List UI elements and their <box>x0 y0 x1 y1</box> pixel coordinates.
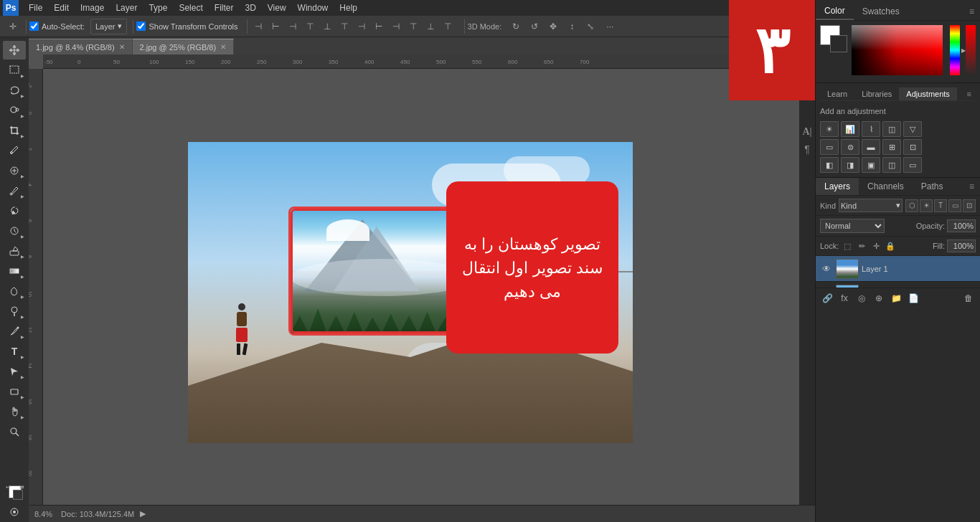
distribute-center-h[interactable]: ⊢ <box>371 19 387 34</box>
pen-tool-btn[interactable]: ▶ <box>3 322 26 341</box>
hue-strip[interactable] <box>950 25 960 75</box>
tab-2-close[interactable]: ✕ <box>220 43 226 51</box>
dodge-btn[interactable]: ▶ <box>3 302 26 321</box>
align-bottom[interactable]: ⊤ <box>336 19 352 34</box>
tab-learn[interactable]: Learn <box>820 87 854 100</box>
distribute-left[interactable]: ⊣ <box>354 19 369 34</box>
adj-photo-filter[interactable]: ⊞ <box>882 139 901 155</box>
type-para-icon[interactable]: ¶ <box>804 143 810 155</box>
main-document-canvas[interactable]: تصویر کوهستان را به سند تصویر اول انتقال… <box>188 142 633 443</box>
filter-type[interactable]: T <box>934 199 947 212</box>
zoom-tool-btn[interactable] <box>3 422 26 441</box>
layer-1-eye[interactable]: 👁 <box>820 262 833 275</box>
menu-edit[interactable]: Edit <box>48 1 75 14</box>
path-select-btn[interactable]: ▶ <box>3 362 26 381</box>
adj-vibrance[interactable]: ▽ <box>903 121 922 137</box>
adj-brightness[interactable]: ☀ <box>820 121 839 137</box>
show-transform-checkbox[interactable]: Show Transform Controls <box>136 22 237 31</box>
mode-rotate[interactable]: ↻ <box>507 18 524 35</box>
add-mask-btn[interactable]: ◎ <box>854 291 869 305</box>
hand-tool-btn[interactable]: ▶ <box>3 402 26 421</box>
blend-mode-select[interactable]: Normal <box>820 219 885 233</box>
distribute-bottom[interactable]: ⊤ <box>440 19 456 34</box>
color-panel-menu[interactable]: ≡ <box>963 4 980 19</box>
tab-color[interactable]: Color <box>816 3 854 20</box>
fg-color-swatch[interactable]: ↩ ⇄ <box>3 483 26 501</box>
filter-pixel[interactable]: ⬡ <box>905 199 918 212</box>
tab-1-close[interactable]: ✕ <box>119 43 125 51</box>
adj-threshold[interactable]: ▣ <box>862 157 880 173</box>
opacity-strip[interactable] <box>966 25 976 75</box>
quick-select-btn[interactable]: ▶ <box>3 101 26 120</box>
auto-select-check[interactable] <box>29 22 39 31</box>
menu-window[interactable]: Window <box>292 1 334 14</box>
distribute-center-v[interactable]: ⊥ <box>423 19 438 34</box>
blur-btn[interactable]: ▶ <box>3 282 26 300</box>
filter-smart[interactable]: ⊡ <box>963 199 976 212</box>
more-options[interactable]: ··· <box>606 22 613 32</box>
new-group-btn[interactable]: 📁 <box>889 291 903 305</box>
tab-channels[interactable]: Channels <box>859 178 913 195</box>
menu-file[interactable]: File <box>23 1 48 14</box>
add-adjustment-btn[interactable]: ⊕ <box>872 291 886 305</box>
menu-view[interactable]: View <box>262 1 292 14</box>
adj-posterize[interactable]: ◨ <box>841 157 859 173</box>
opacity-input[interactable] <box>947 219 976 232</box>
eyedropper-btn[interactable] <box>3 141 26 160</box>
adj-color-balance[interactable]: ⊜ <box>841 139 859 155</box>
align-center-h[interactable]: ⊢ <box>268 19 283 34</box>
lock-transparent[interactable]: ⬚ <box>842 240 853 252</box>
filter-adjust[interactable]: ☀ <box>920 199 933 212</box>
tab-1[interactable]: 1.jpg @ 8.4% (RGB/8) ✕ <box>29 39 133 54</box>
mode-slide[interactable]: ↕ <box>563 18 580 35</box>
background-color[interactable] <box>830 35 847 52</box>
layer-row-1[interactable]: 👁 Layer 1 <box>816 256 980 282</box>
adj-invert[interactable]: ◧ <box>820 157 839 173</box>
lock-position[interactable]: ✛ <box>870 240 882 252</box>
adjust-panel-menu[interactable]: ≡ <box>963 87 976 100</box>
menu-select[interactable]: Select <box>173 1 208 14</box>
move-tool-btn[interactable] <box>3 41 26 60</box>
shape-tool-btn[interactable]: ▶ <box>3 382 26 401</box>
filter-kind-dropdown[interactable]: Kind▾ <box>839 199 903 212</box>
lasso-tool-btn[interactable]: ▶ <box>3 81 26 100</box>
menu-3d[interactable]: 3D <box>239 1 261 14</box>
type-tool-btn[interactable]: T ▶ <box>3 342 26 361</box>
expand-arrow[interactable]: ▶ <box>140 509 146 518</box>
show-transform-check[interactable] <box>136 22 146 31</box>
adj-exposure[interactable]: ◫ <box>882 121 901 137</box>
adj-curves[interactable]: ⌇ <box>862 121 880 137</box>
tab-adjustments[interactable]: Adjustments <box>899 87 957 100</box>
filter-shape[interactable]: ▭ <box>948 199 961 212</box>
align-top[interactable]: ⊤ <box>302 19 318 34</box>
clone-stamp-btn[interactable] <box>3 201 26 220</box>
adj-hsl[interactable]: ▭ <box>820 139 839 155</box>
type-char-icon[interactable]: A| <box>802 126 811 138</box>
adj-channel-mixer[interactable]: ⊡ <box>903 139 922 155</box>
crop-tool-btn[interactable]: ▶ <box>3 121 26 140</box>
distribute-right[interactable]: ⊣ <box>388 19 404 34</box>
delete-layer-btn[interactable]: 🗑 <box>961 291 976 305</box>
fg-bg-colors[interactable] <box>820 25 847 52</box>
tab-swatches[interactable]: Swatches <box>854 4 908 19</box>
link-layers-btn[interactable]: 🔗 <box>820 291 834 305</box>
layers-panel-menu[interactable]: ≡ <box>963 178 980 195</box>
auto-select-checkbox[interactable]: Auto-Select: <box>29 22 85 31</box>
brush-tool-btn[interactable]: ▶ <box>3 181 26 200</box>
spot-healing-btn[interactable]: ▶ <box>3 161 26 180</box>
history-brush-btn[interactable]: ▶ <box>3 222 26 240</box>
lock-pixels[interactable]: ✏ <box>856 240 867 252</box>
align-center-v[interactable]: ⊥ <box>319 19 335 34</box>
adj-levels[interactable]: 📊 <box>841 121 859 137</box>
move-tool-icon[interactable]: ✛ <box>4 18 22 35</box>
gradient-tool-btn[interactable]: ▶ <box>3 262 26 280</box>
adj-gradient-map[interactable]: ◫ <box>882 157 901 173</box>
menu-help[interactable]: Help <box>334 1 363 14</box>
quick-mask-btn[interactable] <box>3 503 26 521</box>
adj-bw[interactable]: ▬ <box>862 139 880 155</box>
tab-libraries[interactable]: Libraries <box>854 87 899 100</box>
fill-input[interactable] <box>947 239 976 252</box>
menu-layer[interactable]: Layer <box>110 1 143 14</box>
mode-roll[interactable]: ↺ <box>526 18 543 35</box>
tab-2[interactable]: 2.jpg @ 25% (RGB/8) ✕ <box>133 39 235 54</box>
